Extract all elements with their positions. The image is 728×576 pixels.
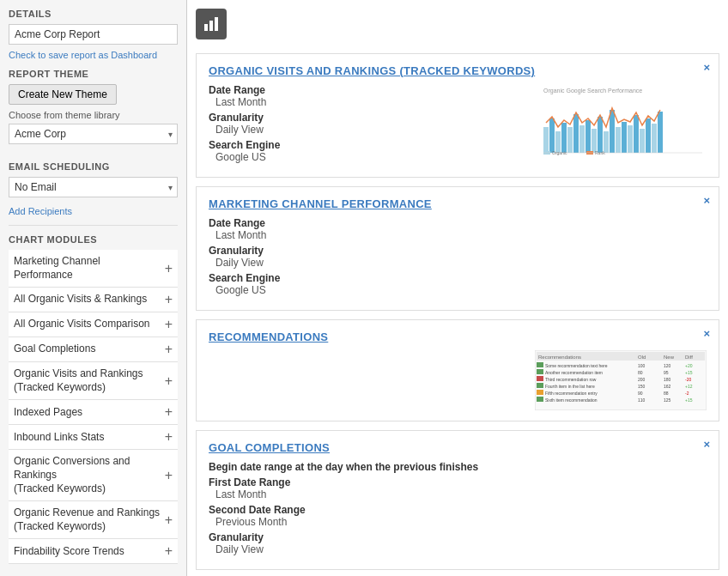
svg-text:New: New xyxy=(664,355,675,360)
email-scheduling-title: EMAIL SCHEDULING xyxy=(9,161,178,172)
email-select-wrap: No Email ▾ xyxy=(9,177,178,197)
module-item[interactable]: All Organic Visits & Rankings+ xyxy=(9,288,178,312)
add-module-icon[interactable]: + xyxy=(165,469,173,482)
svg-text:162: 162 xyxy=(664,384,671,389)
card-fields-goal-completions: Begin date range at the day when the pre… xyxy=(209,461,707,559)
add-module-icon[interactable]: + xyxy=(165,318,173,331)
add-module-icon[interactable]: + xyxy=(165,544,173,558)
module-item[interactable]: Indexed Pages+ xyxy=(9,400,178,425)
field-row: Granularity Daily View xyxy=(209,112,526,136)
module-item[interactable]: Organic Revenue and Rankings(Tracked Key… xyxy=(9,501,178,539)
field-row: First Date Range Last Month xyxy=(209,476,707,500)
card-body-marketing-channel-performance: Date Range Last Month Granularity Daily … xyxy=(209,217,707,300)
report-theme-title: REPORT THEME xyxy=(9,69,178,79)
add-module-icon[interactable]: + xyxy=(165,513,173,527)
create-new-theme-button[interactable]: Create New Theme xyxy=(9,84,117,105)
add-module-icon[interactable]: + xyxy=(165,430,173,444)
svg-text:Third recommendation row: Third recommendation row xyxy=(545,377,597,382)
svg-rect-23 xyxy=(658,112,663,153)
card-close-organic-visits-rankings[interactable]: × xyxy=(703,61,710,74)
svg-rect-13 xyxy=(598,117,603,153)
choose-theme-label: Choose from theme library xyxy=(9,110,178,120)
svg-rect-8 xyxy=(567,127,573,153)
card-title-organic-visits-rankings[interactable]: ORGANIC VISITS AND RANKINGS (TRACKED KEY… xyxy=(209,64,707,77)
svg-rect-11 xyxy=(585,120,591,153)
svg-rect-55 xyxy=(537,390,543,395)
details-title: DETAILS xyxy=(9,9,178,19)
report-card-organic-visits-rankings: ORGANIC VISITS AND RANKINGS (TRACKED KEY… xyxy=(196,53,719,178)
svg-text:120: 120 xyxy=(664,363,671,368)
add-module-icon[interactable]: + xyxy=(165,374,173,388)
svg-text:Another recommendation item: Another recommendation item xyxy=(545,370,603,375)
module-item[interactable]: All Organic Visits Comparison+ xyxy=(9,312,178,337)
sidebar-divider xyxy=(9,225,178,226)
svg-rect-15 xyxy=(610,110,615,153)
module-list: Marketing Channel Performance+All Organi… xyxy=(9,250,178,564)
add-recipients-link[interactable]: Add Recipients xyxy=(9,206,178,216)
svg-text:90: 90 xyxy=(638,391,643,396)
svg-text:+15: +15 xyxy=(685,397,693,403)
svg-rect-0 xyxy=(204,24,208,31)
svg-rect-9 xyxy=(573,114,579,153)
module-item[interactable]: Findability Score Trends+ xyxy=(9,539,178,564)
card-title-marketing-channel-performance[interactable]: MARKETING CHANNEL PERFORMANCE xyxy=(209,197,707,210)
svg-text:180: 180 xyxy=(664,377,671,382)
report-card-recommendations: RECOMMENDATIONS × Recommendations Old Ne… xyxy=(196,319,719,421)
theme-select[interactable]: Acme Corp xyxy=(9,124,178,144)
card-title-goal-completions[interactable]: GOAL COMPLETIONS xyxy=(209,441,707,454)
add-module-icon[interactable]: + xyxy=(165,293,173,306)
module-item[interactable]: Organic Conversions and Rankings(Tracked… xyxy=(9,450,178,501)
add-module-icon[interactable]: + xyxy=(165,262,173,276)
field-row: Date Range Last Month xyxy=(209,217,707,241)
module-item[interactable]: Marketing Channel Performance+ xyxy=(9,250,178,288)
svg-text:-2: -2 xyxy=(685,391,689,396)
field-row: Second Date Range Previous Month xyxy=(209,504,707,528)
svg-rect-21 xyxy=(646,118,651,153)
main-header xyxy=(196,9,719,45)
email-select[interactable]: No Email xyxy=(9,177,178,197)
report-card-goal-completions: GOAL COMPLETIONS × Begin date range at t… xyxy=(196,430,719,570)
svg-rect-35 xyxy=(537,362,543,367)
card-fields-marketing-channel-performance: Date Range Last Month Granularity Daily … xyxy=(209,217,707,300)
svg-rect-12 xyxy=(592,129,597,153)
report-card-marketing-channel-performance: MARKETING CHANNEL PERFORMANCE × Date Ran… xyxy=(196,186,719,311)
svg-text:Fifth recommendation entry: Fifth recommendation entry xyxy=(545,391,598,396)
report-name-input[interactable] xyxy=(9,24,178,45)
svg-text:200: 200 xyxy=(638,377,646,382)
add-module-icon[interactable]: + xyxy=(165,343,173,356)
card-fields-organic-visits-rankings: Date Range Last Month Granularity Daily … xyxy=(209,84,526,167)
field-row: Begin date range at the day when the pre… xyxy=(209,461,707,473)
svg-rect-18 xyxy=(628,125,633,153)
svg-rect-60 xyxy=(537,397,543,402)
svg-text:88: 88 xyxy=(664,391,669,396)
field-row: Search Engine Google US xyxy=(209,272,707,296)
bar-chart: Organic Google Search Performance xyxy=(535,84,707,161)
module-item[interactable]: Organic Visits and Rankings(Tracked Keyw… xyxy=(9,362,178,400)
svg-rect-16 xyxy=(616,127,621,153)
card-close-goal-completions[interactable]: × xyxy=(703,438,710,451)
module-item[interactable]: Inbound Links Stats+ xyxy=(9,425,178,450)
card-body-organic-visits-rankings: Date Range Last Month Granularity Daily … xyxy=(209,84,707,167)
svg-text:Fourth item in the list here: Fourth item in the list here xyxy=(545,384,595,389)
field-row: Search Engine Google US xyxy=(209,139,526,163)
svg-rect-5 xyxy=(549,118,555,153)
svg-text:Sixth item recommendation: Sixth item recommendation xyxy=(545,397,598,403)
module-item[interactable]: Goal Completions+ xyxy=(9,337,178,362)
svg-rect-50 xyxy=(537,383,543,388)
card-title-recommendations[interactable]: RECOMMENDATIONS xyxy=(209,330,707,343)
svg-rect-10 xyxy=(579,125,585,153)
svg-text:+12: +12 xyxy=(685,384,693,389)
chart-modules-title: CHART MODULES xyxy=(9,234,178,245)
field-row: Granularity Daily View xyxy=(209,245,707,269)
svg-rect-22 xyxy=(652,124,657,153)
card-close-marketing-channel-performance[interactable]: × xyxy=(703,194,710,207)
card-close-recommendations[interactable]: × xyxy=(703,327,710,340)
svg-text:+15: +15 xyxy=(685,370,693,375)
svg-rect-19 xyxy=(634,115,639,153)
svg-text:Diff: Diff xyxy=(685,355,693,360)
svg-text:110: 110 xyxy=(638,397,646,403)
save-dashboard-link[interactable]: Check to save report as Dashboard xyxy=(9,50,178,60)
svg-text:Recommendations: Recommendations xyxy=(538,355,581,360)
svg-text:125: 125 xyxy=(664,397,671,403)
add-module-icon[interactable]: + xyxy=(165,405,173,419)
